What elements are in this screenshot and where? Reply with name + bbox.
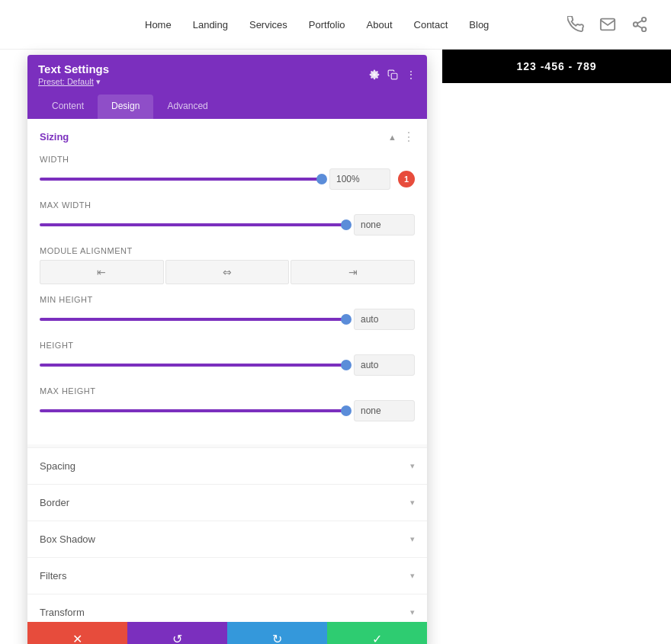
panel-preset: Preset: Default ▾: [38, 77, 109, 87]
alignment-buttons: ⇤ ⇔ ⇥: [40, 260, 415, 284]
share-icon: [631, 16, 648, 33]
min-height-row: Min Height auto: [40, 295, 415, 330]
undo-button[interactable]: ↺: [127, 622, 227, 644]
sizing-section: Sizing ▲ ⋮ Width 100%: [27, 119, 427, 444]
width-row: Width 100% 1: [40, 155, 415, 190]
top-nav: Home Landing Services Portfolio About Co…: [0, 0, 671, 50]
nav-contact[interactable]: Contact: [414, 19, 448, 30]
border-label: Border: [40, 497, 69, 508]
width-slider-row: 100% 1: [40, 168, 415, 190]
nav-portfolio[interactable]: Portfolio: [309, 19, 345, 30]
filters-section[interactable]: Filters ▾: [27, 557, 427, 594]
nav-landing[interactable]: Landing: [193, 19, 228, 30]
transform-label: Transform: [40, 607, 85, 618]
redo-button[interactable]: ↻: [227, 622, 327, 644]
save-button[interactable]: ✓: [327, 622, 427, 644]
nav-home[interactable]: Home: [145, 19, 172, 30]
module-alignment-row: Module Alignment ⇤ ⇔ ⇥: [40, 246, 415, 284]
height-slider-container: [40, 364, 346, 367]
tab-content[interactable]: Content: [38, 95, 98, 119]
tab-advanced[interactable]: Advanced: [153, 95, 221, 119]
settings-panel: Text Settings Preset: Default ▾: [27, 55, 427, 644]
border-chevron: ▾: [410, 498, 415, 508]
max-width-slider-container: [40, 223, 346, 226]
svg-line-3: [637, 25, 642, 28]
nav-about[interactable]: About: [367, 19, 393, 30]
nav-blog[interactable]: Blog: [469, 19, 489, 30]
phone-icon: [567, 16, 584, 33]
min-height-slider-container: [40, 318, 346, 321]
max-height-slider-row: none: [40, 400, 415, 421]
min-height-label: Min Height: [40, 295, 415, 304]
cancel-button[interactable]: ✕: [27, 622, 127, 644]
max-height-slider-container: [40, 409, 346, 412]
panel-tabs: Content Design Advanced: [38, 95, 416, 119]
max-height-value: none: [354, 400, 415, 421]
height-slider-row: auto: [40, 354, 415, 376]
module-alignment-label: Module Alignment: [40, 246, 415, 255]
panel-header: Text Settings Preset: Default ▾: [27, 55, 427, 119]
sizing-form: Width 100% 1 Max Width: [27, 152, 427, 444]
panel-settings-icon[interactable]: [369, 69, 380, 80]
max-width-value: none: [354, 214, 415, 235]
width-slider-container: [40, 178, 322, 181]
svg-point-1: [634, 22, 638, 27]
phone-number: 123 -456 - 789: [516, 60, 596, 72]
mail-icon: [599, 16, 616, 33]
nav-services[interactable]: Services: [249, 19, 287, 30]
box-shadow-section[interactable]: Box Shadow ▾: [27, 521, 427, 557]
border-section[interactable]: Border ▾: [27, 484, 427, 521]
sizing-section-title: Sizing: [40, 131, 69, 143]
height-value: auto: [354, 354, 415, 376]
width-badge: 1: [398, 171, 415, 187]
save-icon: ✓: [372, 632, 382, 645]
undo-icon: ↺: [172, 632, 182, 645]
min-height-slider-row: auto: [40, 309, 415, 330]
redo-icon: ↻: [272, 632, 282, 645]
sizing-more-icon[interactable]: ⋮: [403, 130, 415, 144]
sizing-section-header[interactable]: Sizing ▲ ⋮: [27, 119, 427, 152]
panel-more-icon[interactable]: ⋮: [406, 69, 416, 81]
max-width-slider-row: none: [40, 214, 415, 235]
spacing-chevron: ▾: [410, 461, 415, 471]
phone-bar: 123 -456 - 789: [442, 50, 671, 83]
transform-section[interactable]: Transform ▾: [27, 594, 427, 622]
box-shadow-label: Box Shadow: [40, 533, 95, 545]
panel-body: Sizing ▲ ⋮ Width 100%: [27, 119, 427, 622]
width-label: Width: [40, 155, 415, 164]
svg-point-2: [642, 27, 647, 31]
height-label: Height: [40, 341, 415, 350]
panel-header-actions: ⋮: [369, 69, 416, 81]
nav-links: Home Landing Services Portfolio About Co…: [145, 19, 489, 30]
align-right-btn[interactable]: ⇥: [291, 260, 415, 284]
max-height-row: Max Height none: [40, 386, 415, 421]
svg-rect-6: [391, 73, 397, 79]
sizing-chevron-up: ▲: [388, 133, 396, 142]
min-height-value: auto: [354, 309, 415, 330]
cancel-icon: ✕: [72, 632, 82, 645]
transform-chevron: ▾: [410, 607, 415, 617]
svg-point-0: [642, 18, 647, 22]
max-width-label: Max Width: [40, 200, 415, 210]
max-height-label: Max Height: [40, 386, 415, 396]
action-bar: ✕ ↺ ↻ ✓: [27, 622, 427, 644]
align-left-btn[interactable]: ⇤: [40, 260, 164, 284]
tab-design[interactable]: Design: [98, 95, 153, 119]
filters-label: Filters: [40, 570, 66, 582]
filters-chevron: ▾: [410, 571, 415, 581]
height-row: Height auto: [40, 341, 415, 376]
align-center-btn[interactable]: ⇔: [165, 260, 290, 284]
panel-duplicate-icon[interactable]: [387, 69, 398, 80]
box-shadow-chevron: ▾: [410, 534, 415, 544]
max-width-row: Max Width none: [40, 200, 415, 235]
svg-line-4: [637, 21, 642, 24]
panel-title: Text Settings: [38, 62, 109, 75]
spacing-label: Spacing: [40, 460, 75, 472]
spacing-section[interactable]: Spacing ▾: [27, 447, 427, 484]
nav-icons: [567, 16, 648, 33]
width-value: 100%: [329, 168, 390, 190]
